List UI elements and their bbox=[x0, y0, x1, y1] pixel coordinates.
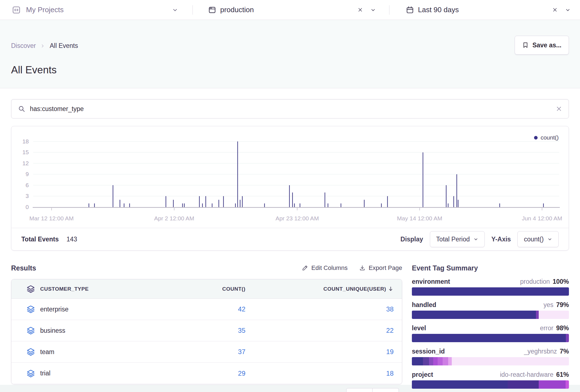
previous-page-button[interactable] bbox=[346, 388, 373, 392]
save-as-label: Save as... bbox=[532, 42, 561, 49]
tag-distribution-bar[interactable] bbox=[412, 311, 569, 319]
date-range-selector[interactable]: Last 90 days bbox=[389, 0, 580, 20]
svg-text:Mar 12 12:00 AM: Mar 12 12:00 AM bbox=[29, 215, 74, 221]
export-page-button[interactable]: Export Page bbox=[359, 264, 402, 272]
row-count-unique[interactable]: 19 bbox=[266, 348, 402, 356]
stack-icon bbox=[11, 285, 40, 293]
tag-summary-row: projectido-react-hardware61% bbox=[412, 371, 569, 389]
chevron-down-icon bbox=[172, 7, 178, 13]
yaxis-select-value: count() bbox=[524, 236, 544, 243]
row-count[interactable]: 35 bbox=[183, 327, 266, 334]
page-title: All Events bbox=[11, 64, 57, 76]
svg-text:6: 6 bbox=[25, 182, 29, 188]
stack-icon bbox=[11, 369, 40, 378]
tag-value: error98% bbox=[540, 324, 569, 332]
clear-search-icon[interactable] bbox=[556, 106, 562, 112]
clear-environment-icon[interactable] bbox=[357, 7, 363, 13]
tag-value: yes79% bbox=[543, 301, 569, 308]
yaxis-label: Y-Axis bbox=[491, 236, 511, 243]
display-select[interactable]: Total Period bbox=[430, 231, 485, 247]
row-count-unique[interactable]: 22 bbox=[266, 327, 402, 334]
table-row[interactable]: trial 29 18 bbox=[11, 363, 402, 384]
tag-name: level bbox=[412, 324, 426, 332]
svg-text:9: 9 bbox=[25, 171, 29, 177]
chevron-right-icon bbox=[40, 43, 45, 48]
bookmark-icon bbox=[522, 42, 529, 48]
tag-percentage: 98% bbox=[556, 324, 569, 332]
table-header-row: CUSTOMER_TYPE COUNT() COUNT_UNIQUE(USER) bbox=[11, 279, 402, 299]
row-count[interactable]: 29 bbox=[183, 370, 266, 377]
table-row[interactable]: business 35 22 bbox=[11, 320, 402, 341]
breadcrumb-current: All Events bbox=[50, 42, 78, 50]
pagination bbox=[346, 388, 399, 392]
results-table: CUSTOMER_TYPE COUNT() COUNT_UNIQUE(USER) bbox=[11, 279, 402, 384]
svg-text:3: 3 bbox=[25, 193, 29, 199]
svg-text:15: 15 bbox=[22, 149, 29, 155]
clear-daterange-icon[interactable] bbox=[552, 7, 558, 13]
chevron-down-icon[interactable] bbox=[370, 7, 376, 13]
tag-distribution-bar[interactable] bbox=[412, 380, 569, 389]
row-count-unique[interactable]: 18 bbox=[266, 370, 402, 377]
breadcrumb-discover[interactable]: Discover bbox=[11, 42, 36, 50]
row-count[interactable]: 37 bbox=[183, 348, 266, 356]
tag-name: environment bbox=[412, 278, 450, 285]
svg-text:Apr 23 12:00 AM: Apr 23 12:00 AM bbox=[276, 215, 319, 221]
search-icon bbox=[18, 105, 25, 112]
display-label: Display bbox=[401, 236, 423, 243]
events-chart-card: count() 0369121518Mar 12 12:00 AMApr 2 1… bbox=[11, 126, 569, 251]
tag-summary-row: levelerror98% bbox=[412, 324, 569, 342]
tag-distribution-bar[interactable] bbox=[412, 334, 569, 342]
tag-summary-heading: Event Tag Summary bbox=[412, 260, 569, 276]
tag-summary-row: session_id_yeghrsbnz7% bbox=[412, 348, 569, 365]
discover-page: My Projects production bbox=[0, 0, 580, 392]
chart-footer: Total Events 143 Display Total Period Y-… bbox=[11, 228, 569, 250]
chevron-down-icon[interactable] bbox=[565, 7, 571, 13]
search-input[interactable]: has:customer_type bbox=[30, 105, 84, 113]
tag-summary-row: handledyes79% bbox=[412, 301, 569, 319]
table-row[interactable]: team 37 19 bbox=[11, 341, 402, 363]
svg-text:0: 0 bbox=[25, 204, 29, 210]
save-as-button[interactable]: Save as... bbox=[515, 36, 569, 55]
column-customer-type[interactable]: CUSTOMER_TYPE bbox=[40, 286, 183, 292]
svg-text:Apr 2 12:00 AM: Apr 2 12:00 AM bbox=[154, 215, 194, 221]
column-count[interactable]: COUNT() bbox=[183, 286, 266, 292]
page-header: Discover All Events Save as... All Event… bbox=[0, 20, 580, 88]
edit-columns-button[interactable]: Edit Columns bbox=[302, 264, 348, 272]
search-bar[interactable]: has:customer_type bbox=[11, 99, 569, 118]
yaxis-select[interactable]: count() bbox=[517, 231, 559, 247]
projects-icon bbox=[12, 6, 20, 14]
row-customer-type: enterprise bbox=[40, 306, 183, 313]
stack-icon bbox=[11, 305, 40, 314]
svg-text:18: 18 bbox=[22, 138, 29, 145]
results-title: Results bbox=[11, 264, 36, 272]
top-bar: My Projects production bbox=[0, 0, 580, 20]
results-header: Results Edit Columns Export Page bbox=[11, 260, 402, 276]
sort-desc-icon bbox=[388, 286, 394, 292]
row-customer-type: business bbox=[40, 327, 183, 334]
tag-value: _yeghrsbnz7% bbox=[524, 348, 569, 355]
row-count-unique[interactable]: 38 bbox=[266, 305, 402, 313]
edit-columns-label: Edit Columns bbox=[311, 264, 348, 272]
row-count[interactable]: 42 bbox=[183, 305, 266, 313]
project-selector-label: My Projects bbox=[26, 6, 64, 14]
tag-name: session_id bbox=[412, 348, 445, 355]
download-icon bbox=[359, 265, 365, 271]
tag-percentage: 61% bbox=[556, 371, 569, 378]
events-chart[interactable]: 0369121518Mar 12 12:00 AMApr 2 12:00 AMA… bbox=[11, 126, 569, 229]
breadcrumb: Discover All Events bbox=[11, 42, 78, 50]
table-row[interactable]: enterprise 42 38 bbox=[11, 299, 402, 320]
svg-text:12: 12 bbox=[22, 160, 29, 166]
tag-percentage: 7% bbox=[560, 348, 569, 355]
tag-distribution-bar[interactable] bbox=[412, 287, 569, 296]
row-customer-type: team bbox=[40, 348, 183, 356]
stack-icon bbox=[11, 347, 40, 356]
environment-selector[interactable]: production bbox=[193, 0, 389, 20]
tag-name: handled bbox=[412, 301, 436, 308]
column-count-unique[interactable]: COUNT_UNIQUE(USER) bbox=[266, 286, 402, 292]
project-selector[interactable]: My Projects bbox=[0, 0, 193, 20]
display-select-value: Total Period bbox=[436, 236, 470, 243]
environment-label: production bbox=[220, 6, 254, 14]
tag-distribution-bar[interactable] bbox=[412, 357, 569, 365]
next-page-button[interactable] bbox=[373, 388, 399, 392]
tag-value: ido-react-hardware61% bbox=[500, 371, 569, 378]
